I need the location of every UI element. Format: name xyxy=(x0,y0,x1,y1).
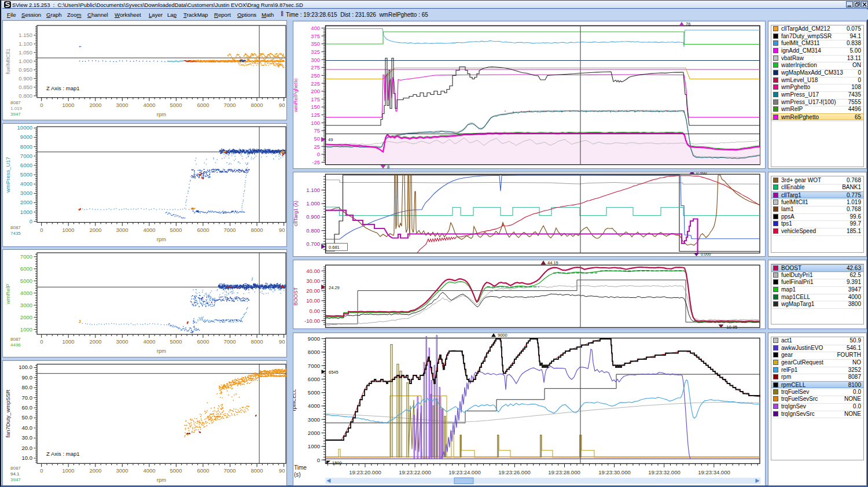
svg-text:7000: 7000 xyxy=(223,227,236,233)
svg-text:0: 0 xyxy=(40,102,43,108)
svg-text:19:23:32.000: 19:23:32.000 xyxy=(648,468,680,475)
svg-text:6000: 6000 xyxy=(197,338,209,345)
svg-text:6000: 6000 xyxy=(20,265,32,272)
svg-text:8000: 8000 xyxy=(308,348,320,355)
svg-text:300: 300 xyxy=(311,56,320,62)
svg-text:225: 225 xyxy=(311,80,320,86)
svg-text:19:23:34.000: 19:23:34.000 xyxy=(698,468,730,475)
svg-text:1000: 1000 xyxy=(62,227,74,233)
svg-text:4496: 4496 xyxy=(10,342,21,348)
svg-text:2000: 2000 xyxy=(89,102,101,108)
svg-text:0.700: 0.700 xyxy=(306,241,320,247)
svg-text:1000: 1000 xyxy=(20,209,32,215)
svg-text:5000: 5000 xyxy=(170,338,182,345)
svg-text:30.0: 30.0 xyxy=(22,434,33,441)
svg-text:3000: 3000 xyxy=(20,302,32,308)
svg-text:1000: 1000 xyxy=(62,338,74,345)
svg-text:8000: 8000 xyxy=(251,102,263,108)
svg-text:30.00: 30.00 xyxy=(306,277,320,283)
svg-text:1.019: 1.019 xyxy=(10,106,23,111)
svg-text:5000: 5000 xyxy=(170,467,182,474)
svg-text:rpm: rpm xyxy=(157,236,166,242)
svg-text:7000: 7000 xyxy=(223,467,236,474)
svg-text:4000: 4000 xyxy=(20,290,32,296)
svg-text:50: 50 xyxy=(314,135,320,141)
svg-text:fan7Duty_wmpSSR: fan7Duty_wmpSSR xyxy=(5,389,11,437)
svg-text:Time: Time xyxy=(294,464,307,470)
svg-text:7000: 7000 xyxy=(223,338,236,345)
svg-text:10.0: 10.0 xyxy=(22,455,33,461)
svg-text:19:23:24.000: 19:23:24.000 xyxy=(448,468,480,475)
svg-text:7000: 7000 xyxy=(223,102,236,108)
svg-text:19:23:28.000: 19:23:28.000 xyxy=(548,468,580,475)
svg-text:325: 325 xyxy=(311,48,320,54)
svg-text:4000: 4000 xyxy=(143,227,155,233)
svg-text:375: 375 xyxy=(311,32,320,39)
svg-text:0: 0 xyxy=(317,456,320,463)
svg-text:4000: 4000 xyxy=(143,338,155,345)
svg-text:2000: 2000 xyxy=(89,338,101,345)
svg-text:1000: 1000 xyxy=(62,102,74,108)
svg-text:7435: 7435 xyxy=(10,231,21,236)
svg-text:1.100: 1.100 xyxy=(306,187,320,193)
svg-text:1.050: 1.050 xyxy=(19,49,32,56)
svg-text:6000: 6000 xyxy=(20,162,32,168)
svg-text:200: 200 xyxy=(311,87,320,94)
svg-text:19:23:22.000: 19:23:22.000 xyxy=(399,468,431,475)
svg-text:0.681: 0.681 xyxy=(329,245,340,250)
svg-text:8000: 8000 xyxy=(20,143,32,150)
svg-text:2000: 2000 xyxy=(308,429,320,436)
svg-text:50.0: 50.0 xyxy=(22,414,33,420)
svg-text:3000: 3000 xyxy=(308,416,320,422)
svg-text:Z Axis : map1: Z Axis : map1 xyxy=(46,85,80,91)
svg-text:2000: 2000 xyxy=(89,467,101,474)
svg-text:90: 90 xyxy=(279,102,285,108)
svg-text:90: 90 xyxy=(279,467,285,474)
svg-text:94.1: 94.1 xyxy=(10,471,20,477)
svg-text:8000: 8000 xyxy=(251,338,263,345)
svg-text:-10.95: -10.95 xyxy=(725,324,737,329)
svg-text:10.00: 10.00 xyxy=(306,297,320,303)
svg-text:7000: 7000 xyxy=(308,362,320,368)
svg-text:6545: 6545 xyxy=(329,370,339,375)
svg-text:0: 0 xyxy=(40,338,43,345)
svg-text:25: 25 xyxy=(314,143,320,149)
svg-text:BOOST: BOOST xyxy=(293,287,299,305)
svg-text:5000: 5000 xyxy=(170,227,182,233)
svg-text:350: 350 xyxy=(311,40,320,46)
svg-text:20.0: 20.0 xyxy=(22,445,33,451)
svg-text:5000: 5000 xyxy=(170,102,182,108)
svg-text:9000: 9000 xyxy=(308,335,320,341)
svg-text:wmRelPghetto: wmRelPghetto xyxy=(293,78,299,113)
svg-text:rpm: rpm xyxy=(157,477,166,483)
svg-text:60.0: 60.0 xyxy=(22,404,33,411)
svg-text:0: 0 xyxy=(40,467,43,474)
svg-text:2000: 2000 xyxy=(20,314,32,320)
svg-text:1000: 1000 xyxy=(308,442,320,449)
svg-text:0.850: 0.850 xyxy=(19,84,32,90)
svg-text:80.0: 80.0 xyxy=(22,384,33,390)
svg-text:4000: 4000 xyxy=(20,180,32,187)
svg-text:20.00: 20.00 xyxy=(306,287,320,293)
svg-text:wmPress_U17: wmPress_U17 xyxy=(5,157,11,193)
svg-text:8087: 8087 xyxy=(10,225,21,230)
svg-text:4000: 4000 xyxy=(143,102,155,108)
svg-text:90.0: 90.0 xyxy=(22,374,33,381)
svg-text:8000: 8000 xyxy=(251,467,263,474)
svg-text:0.960: 0.960 xyxy=(696,172,707,175)
svg-text:-10.00: -10.00 xyxy=(304,317,320,323)
svg-text:(s): (s) xyxy=(294,471,301,477)
svg-text:75: 75 xyxy=(314,127,320,133)
svg-text:1.000: 1.000 xyxy=(19,58,32,64)
svg-text:6000: 6000 xyxy=(197,227,209,233)
svg-text:4000: 4000 xyxy=(143,467,155,474)
svg-text:6000: 6000 xyxy=(308,375,320,382)
svg-text:250: 250 xyxy=(311,72,320,78)
svg-text:90: 90 xyxy=(279,338,285,345)
svg-text:19:23:30.000: 19:23:30.000 xyxy=(598,468,630,475)
svg-text:175: 175 xyxy=(311,95,320,102)
svg-text:8000: 8000 xyxy=(251,227,263,233)
svg-text:76: 76 xyxy=(686,21,690,27)
svg-text:0: 0 xyxy=(40,227,43,233)
svg-text:3000: 3000 xyxy=(116,467,128,474)
